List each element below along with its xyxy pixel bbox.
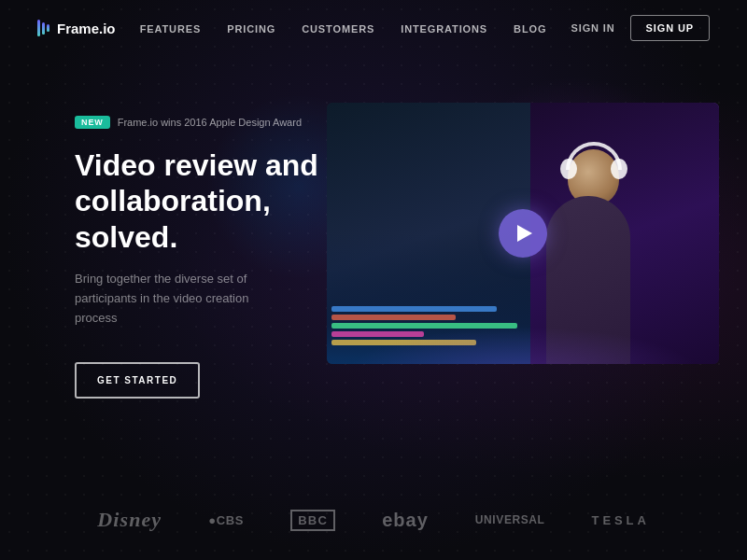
signin-button[interactable]: Sign In [571,22,615,34]
nav-item-pricing[interactable]: Pricing [227,23,275,35]
nav-item-blog[interactable]: Blog [514,23,546,35]
logo-text: Frame.io [57,21,116,36]
brand-bbc: BBC [290,510,335,531]
play-button[interactable] [499,209,547,258]
brand-ebay: ebay [382,510,429,531]
nav-actions: Sign In Sign Up [571,15,711,41]
nav-item-customers[interactable]: Customers [302,23,374,35]
hero-title-line2: collaboration, solved. [75,184,271,253]
headphone-pad-left [560,159,577,179]
announcement-badge: New Frame.io wins 2016 Apple Design Awar… [75,116,302,129]
headphone-pad-right [611,159,627,179]
brand-cbs: ●CBS [208,513,244,527]
screen-right [530,103,719,364]
nav-item-features[interactable]: Features [140,23,202,35]
brand-universal: UNIVERSAL [475,513,545,526]
play-icon [517,225,532,242]
logo-bar-1 [37,20,40,36]
get-started-button[interactable]: Get Started [75,362,200,399]
badge-new-label: New [75,116,110,129]
logo-bar-2 [42,22,45,35]
navbar: Frame.io Features Pricing Customers Inte… [0,0,747,56]
hero-content: New Frame.io wins 2016 Apple Design Awar… [75,93,374,399]
video-preview [327,103,719,364]
brand-tesla: TESLA [592,513,650,527]
brand-disney: Disney [97,508,162,532]
logo-bar-3 [47,24,49,32]
brands-section: Disney ●CBS BBC ebay UNIVERSAL TESLA [0,508,747,532]
logo-link[interactable]: Frame.io [37,20,116,36]
person-body [546,196,630,364]
nav-links: Features Pricing Customers Integrations … [140,20,547,36]
headphones [566,142,622,170]
video-mock-content [327,103,719,364]
hero-section: New Frame.io wins 2016 Apple Design Awar… [0,56,747,399]
hero-subtitle: Bring together the diverse set of partic… [75,270,280,328]
hero-title-line1: Video review and [75,148,318,182]
signup-button[interactable]: Sign Up [630,15,710,41]
logo-icon [37,20,49,36]
nav-item-integrations[interactable]: Integrations [401,23,487,35]
badge-announcement-text: Frame.io wins 2016 Apple Design Award [118,117,302,128]
hero-title: Video review and collaboration, solved. [75,147,374,255]
